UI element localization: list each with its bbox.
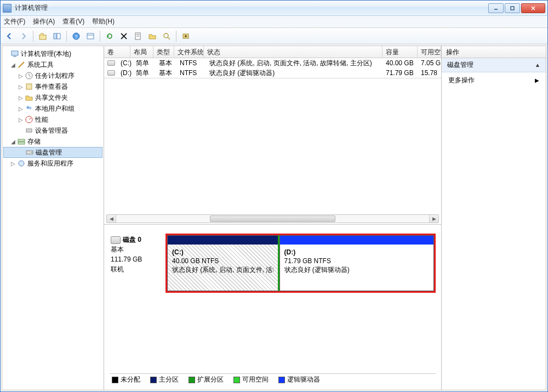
svg-rect-5: [54, 33, 56, 39]
help-icon[interactable]: ?: [70, 30, 83, 43]
computer-icon: [10, 49, 19, 58]
folder-share-icon: [25, 93, 33, 102]
svg-point-25: [29, 107, 32, 110]
svg-rect-23: [26, 84, 32, 89]
view-settings-icon[interactable]: [84, 30, 97, 43]
svg-line-17: [168, 37, 170, 39]
scroll-left-icon[interactable]: ◀: [107, 215, 116, 223]
console-tree-icon[interactable]: [50, 30, 64, 43]
disk-info[interactable]: 磁盘 0 基本 111.79 GB 联机: [110, 234, 165, 293]
collapse-icon[interactable]: ◢: [10, 139, 16, 145]
event-icon: [25, 82, 33, 91]
col-filesystem[interactable]: 文件系统: [174, 46, 204, 58]
collapse-icon[interactable]: ◢: [10, 62, 16, 68]
svg-rect-21: [13, 56, 16, 57]
svg-rect-27: [26, 129, 32, 132]
svg-text:?: ?: [75, 34, 77, 39]
up-icon[interactable]: [36, 30, 49, 43]
back-button[interactable]: [3, 30, 16, 43]
center-pane: 卷 布局 类型 文件系统 状态 容量 可用空 (C:) 简单 基本 NTFS 状…: [104, 46, 442, 390]
volume-row[interactable]: (C:) 简单 基本 NTFS 状态良好 (系统, 启动, 页面文件, 活动, …: [104, 58, 441, 68]
disk-partitions: (C:) 40.00 GB NTFS 状态良好 (系统, 启动, 页面文件, 活…: [165, 234, 436, 293]
volume-list-spacer: ◀ ▶: [104, 78, 441, 224]
content: 计算机管理(本地) ◢ 系统工具 ▷ 任务计划程序 ▷ 事件查看器 ▷ 共享文件…: [2, 46, 546, 390]
partition-d[interactable]: (D:) 71.79 GB NTFS 状态良好 (逻辑驱动器): [279, 235, 434, 291]
tree-disk-management[interactable]: 磁盘管理: [3, 147, 102, 158]
disk-row: 磁盘 0 基本 111.79 GB 联机 (C:) 40.00 GB NTFS: [110, 234, 436, 293]
menu-file[interactable]: 文件(F): [4, 17, 25, 26]
expand-icon[interactable]: ▷: [18, 106, 24, 112]
nav-tree: 计算机管理(本地) ◢ 系统工具 ▷ 任务计划程序 ▷ 事件查看器 ▷ 共享文件…: [2, 46, 104, 390]
tree-shared-folders[interactable]: ▷ 共享文件夹: [3, 92, 102, 103]
scroll-right-icon[interactable]: ▶: [430, 215, 438, 223]
drive-icon: [107, 70, 115, 76]
app-icon: [3, 4, 12, 13]
perf-icon: [25, 115, 33, 124]
svg-rect-1: [511, 7, 514, 10]
svg-rect-29: [18, 142, 25, 144]
volume-rows: (C:) 简单 基本 NTFS 状态良好 (系统, 启动, 页面文件, 活动, …: [104, 58, 441, 78]
find-icon[interactable]: [160, 30, 173, 43]
menu-help[interactable]: 帮助(H): [92, 17, 115, 26]
disk-icon: [25, 148, 34, 157]
actions-section[interactable]: 磁盘管理 ▲: [442, 58, 546, 72]
tree-root[interactable]: 计算机管理(本地): [3, 48, 102, 59]
menu-view[interactable]: 查看(V): [62, 17, 84, 26]
col-capacity[interactable]: 容量: [383, 46, 418, 58]
expand-icon[interactable]: ▷: [18, 73, 24, 79]
tree-device-manager[interactable]: 设备管理器: [3, 125, 102, 136]
expand-icon[interactable]: ▷: [18, 95, 24, 101]
horizontal-scrollbar[interactable]: ◀ ▶: [106, 214, 439, 223]
volume-header: 卷 布局 类型 文件系统 状态 容量 可用空: [104, 46, 441, 58]
col-volume[interactable]: 卷: [104, 46, 130, 58]
clock-icon: [25, 71, 33, 80]
svg-point-32: [19, 161, 24, 166]
disk-icon: [111, 236, 121, 244]
maximize-button[interactable]: [505, 3, 520, 13]
col-type[interactable]: 类型: [153, 46, 174, 58]
partition-header: [168, 236, 278, 245]
partition-c[interactable]: (C:) 40.00 GB NTFS 状态良好 (系统, 启动, 页面文件, 活…: [167, 235, 279, 291]
close-button[interactable]: [521, 3, 545, 13]
collapse-icon[interactable]: ▲: [535, 62, 540, 68]
tree-task-scheduler[interactable]: ▷ 任务计划程序: [3, 70, 102, 81]
svg-point-31: [31, 152, 32, 153]
menubar: 文件(F) 操作(A) 查看(V) 帮助(H): [1, 16, 547, 28]
tree-performance[interactable]: ▷ 性能: [3, 114, 102, 125]
col-free[interactable]: 可用空: [418, 46, 441, 58]
volume-row[interactable]: (D:) 简单 基本 NTFS 状态良好 (逻辑驱动器) 71.79 GB 15…: [104, 68, 441, 78]
scroll-thumb[interactable]: [210, 215, 335, 222]
forward-button[interactable]: [17, 30, 30, 43]
expand-icon[interactable]: ▷: [18, 84, 24, 90]
tree-system-tools[interactable]: ◢ 系统工具: [3, 59, 102, 70]
delete-icon[interactable]: [117, 30, 130, 43]
toolbar: ?: [1, 28, 547, 44]
scroll-track[interactable]: [116, 215, 430, 223]
tools-icon: [17, 60, 26, 69]
svg-rect-28: [18, 139, 25, 141]
storage-icon: [17, 137, 26, 146]
device-icon: [25, 126, 33, 135]
drive-icon: [107, 60, 115, 66]
actions-pane: 操作 磁盘管理 ▲ 更多操作 ▶: [442, 46, 546, 390]
tree-storage[interactable]: ◢ 存储: [3, 136, 102, 147]
window-buttons: [488, 3, 545, 13]
properties-icon[interactable]: [132, 30, 145, 43]
menu-action[interactable]: 操作(A): [33, 17, 55, 26]
refresh-icon[interactable]: [103, 30, 116, 43]
actions-more[interactable]: 更多操作 ▶: [442, 72, 546, 88]
svg-rect-6: [57, 33, 60, 39]
chevron-right-icon: ▶: [535, 77, 539, 83]
tree-services-apps[interactable]: ▷ 服务和应用程序: [3, 158, 102, 169]
tree-local-users[interactable]: ▷ 本地用户和组: [3, 103, 102, 114]
col-layout[interactable]: 布局: [130, 46, 153, 58]
extra-icon[interactable]: [179, 30, 192, 43]
open-icon[interactable]: [146, 30, 159, 43]
minimize-button[interactable]: [488, 3, 504, 13]
tree-event-viewer[interactable]: ▷ 事件查看器: [3, 81, 102, 92]
svg-rect-9: [87, 33, 94, 39]
expand-icon[interactable]: ▷: [18, 117, 24, 123]
col-status[interactable]: 状态: [204, 46, 383, 58]
expand-icon[interactable]: ▷: [10, 161, 16, 167]
window-title: 计算机管理: [15, 3, 488, 13]
